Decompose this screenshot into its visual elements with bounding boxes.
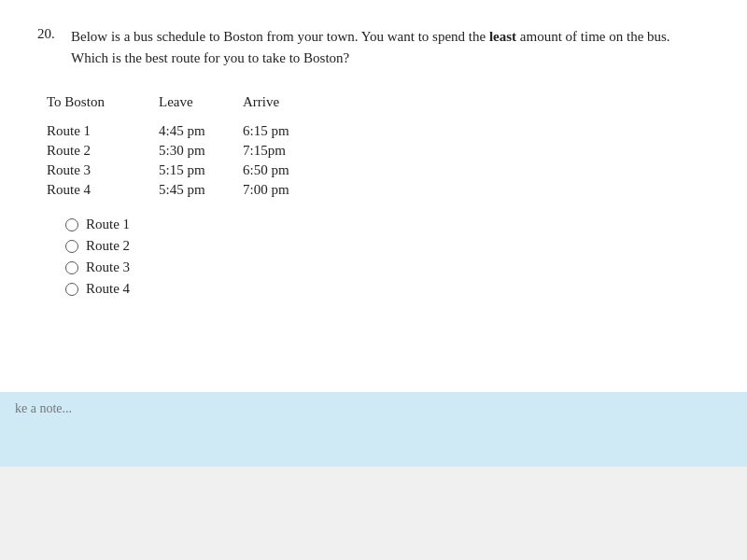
option-route-1[interactable]: Route 1 <box>65 217 710 232</box>
option-label-3: Route 3 <box>86 259 130 275</box>
option-label-2: Route 2 <box>86 238 130 254</box>
schedule-row: Route 1 4:45 pm 6:15 pm <box>47 123 710 139</box>
route-4-name: Route 4 <box>47 182 159 198</box>
route-2-leave: 5:30 pm <box>159 143 243 159</box>
main-content: 20. Below is a bus schedule to Boston fr… <box>0 0 747 392</box>
note-section[interactable] <box>0 392 747 467</box>
route-1-name: Route 1 <box>47 123 159 139</box>
schedule-row: Route 3 5:15 pm 6:50 pm <box>47 162 710 178</box>
route-3-leave: 5:15 pm <box>159 162 243 178</box>
route-1-arrive: 6:15 pm <box>243 123 327 139</box>
route-2-arrive: 7:15pm <box>243 143 327 159</box>
header-destination: To Boston <box>47 94 159 110</box>
radio-button-1[interactable] <box>65 218 78 231</box>
radio-button-3[interactable] <box>65 261 78 274</box>
schedule-row: Route 2 5:30 pm 7:15pm <box>47 143 710 159</box>
header-arrive: Arrive <box>243 94 327 110</box>
option-label-4: Route 4 <box>86 281 130 297</box>
question-text: Below is a bus schedule to Boston from y… <box>71 26 710 68</box>
schedule-header: To Boston Leave Arrive <box>47 94 710 110</box>
route-3-arrive: 6:50 pm <box>243 162 327 178</box>
option-route-4[interactable]: Route 4 <box>65 281 710 297</box>
schedule-section: To Boston Leave Arrive Route 1 4:45 pm 6… <box>47 94 710 198</box>
question-number: 20. <box>37 26 63 68</box>
question-container: 20. Below is a bus schedule to Boston fr… <box>37 26 710 68</box>
route-4-leave: 5:45 pm <box>159 182 243 198</box>
radio-button-4[interactable] <box>65 283 78 296</box>
schedule-row: Route 4 5:45 pm 7:00 pm <box>47 182 710 198</box>
radio-button-2[interactable] <box>65 240 78 253</box>
options-section: Route 1 Route 2 Route 3 Route 4 <box>65 217 710 297</box>
route-1-leave: 4:45 pm <box>159 123 243 139</box>
option-label-1: Route 1 <box>86 217 130 232</box>
route-3-name: Route 3 <box>47 162 159 178</box>
header-leave: Leave <box>159 94 243 110</box>
option-route-3[interactable]: Route 3 <box>65 259 710 275</box>
option-route-2[interactable]: Route 2 <box>65 238 710 254</box>
route-4-arrive: 7:00 pm <box>243 182 327 198</box>
route-2-name: Route 2 <box>47 143 159 159</box>
note-input[interactable] <box>15 401 732 416</box>
